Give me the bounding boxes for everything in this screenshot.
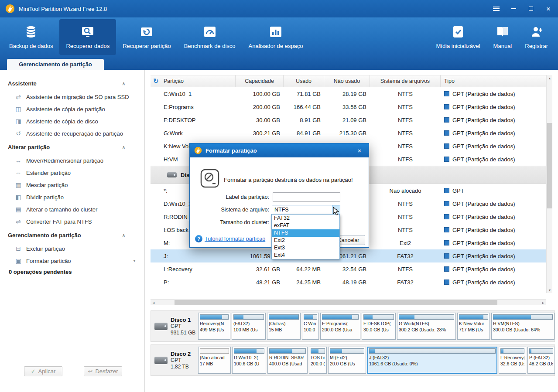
sidebar-item-excluir-parti-o[interactable]: ⊟Excluir partição [0, 242, 144, 255]
table-row-c-win10-1[interactable]: C:Win10_1100.00 GB71.81 GB28.19 GBNTFSGP… [151, 87, 546, 100]
disk-info[interactable]: Disco 2GPT1.82 TB [151, 351, 198, 370]
column-header-tipo[interactable]: Tipo [441, 75, 546, 87]
column-header-capacidade[interactable]: Capacidade [236, 75, 284, 87]
minimize-button[interactable] [508, 3, 519, 14]
disk-block-p-fat32[interactable]: P:(FAT32)48.2 GB (Us [527, 347, 555, 374]
partition-name: C:Win10_1 [151, 91, 236, 97]
sidebar-scroll-down-icon[interactable]: ▼ [133, 259, 136, 263]
disk-block-i-os-ba[interactable]: I:OS ba200.0 ( [309, 347, 327, 374]
sidebar-item-mesclar-parti-o[interactable]: ▦Mesclar partição [0, 179, 144, 191]
sidebar-item-mover-redimensionar-parti-o[interactable]: ↔Mover/Redimensionar partição [0, 154, 144, 167]
sidebar-item-formatar-partic-o[interactable]: ▣Formatar particão [0, 255, 144, 267]
scroll-left-icon[interactable]: ◄ [151, 300, 157, 306]
disk-scheme: GPT [171, 323, 195, 330]
sidebar-item-assistente-de-recupera-o-de-parti-o[interactable]: ↺Assistente de recuperação de partição [0, 127, 144, 140]
disk-block-k-new-volur[interactable]: K:New Volur717 MB (Us [457, 313, 490, 340]
sidebar-item-assistente-de-migra-o-de-so-para-ssd[interactable]: ⇄Assistente de migração de SO para SSD [0, 91, 144, 103]
column-header-n-o-usado[interactable]: Não usado [324, 75, 370, 87]
table-row-e-programs[interactable]: E:Programs200.00 GB166.44 GB33.56 GBNTFS… [151, 100, 546, 113]
table-row-j[interactable]: J:1061.59 GB1061.21 GBFAT32GPT (Partição… [151, 249, 546, 262]
maximize-button[interactable] [526, 3, 536, 14]
horizontal-scrollbar[interactable]: ◄ ► [151, 299, 546, 305]
used: 71.81 GB [284, 91, 324, 97]
scroll-right-icon[interactable]: ► [540, 300, 546, 306]
dropdown-option-ext3[interactable]: Ext3 [272, 244, 339, 252]
sidebar-section-gerenciamento-de-parti-o[interactable]: Gerenciamento de partição∧ [0, 228, 144, 242]
scroll-down-icon[interactable]: ▼ [547, 287, 553, 293]
tutorial-link[interactable]: Tutorial formatar partição [205, 236, 265, 242]
usage-bar [200, 314, 229, 320]
disk-block-outras[interactable]: (Outras)15 MB [267, 313, 301, 340]
disk-block-l-recovery[interactable]: L:Recovery(32.6 GB (Us [499, 347, 526, 374]
table-row-l-recovery[interactable]: L:Recovery32.61 GB64.22 MB32.54 GBNTFSGP… [151, 262, 546, 276]
disk-panel-disco-2: Disco 2GPT1.82 TB(Não alocad17 MBD:Win10… [151, 344, 555, 376]
disk-name: Disco 2 [171, 351, 191, 357]
sidebar-item-assistente-de-c-pia-de-parti-o[interactable]: ◫Assistente de cópia de partição [0, 103, 144, 115]
disk-info[interactable]: Disco 1GPT931.51 GB [151, 317, 198, 336]
disk-block-h-vm-ntfs[interactable]: H:VM(NTFS)300.0 GB (Usado: 64% [491, 313, 555, 340]
cluster-size-icon: ▤ [15, 206, 22, 213]
sidebar-item-dividir-parti-o[interactable]: ◧Dividir partição [0, 191, 144, 203]
scroll-up-icon[interactable]: ▲ [547, 75, 553, 81]
sidebar-section-alterar-parti-o[interactable]: Alterar partição∧ [0, 140, 144, 154]
chevron-up-icon[interactable]: ∧ [122, 81, 125, 86]
dialog-close-button[interactable]: × [355, 146, 364, 155]
toolbar: Backup de dadosRecuperar dadosRecuperar … [0, 17, 558, 58]
disk-block-g-work-ntfs[interactable]: G:Work(NTFS)300.2 GB (Usado: 28% [397, 313, 456, 340]
disk-block-m-ext2[interactable]: M:(Ext2)20.0 GB (Us [328, 347, 366, 374]
dropdown-option-ntfs[interactable]: NTFS [272, 229, 339, 237]
apply-button[interactable]: ✓ Aplicar [24, 366, 62, 376]
toolbar-item-recuperar-dados[interactable]: Recuperar dados [59, 19, 116, 55]
table-row-f-desktop[interactable]: F:DESKTOP30.00 GB8.91 GB21.09 GBNTFSGPT … [151, 113, 546, 126]
horizontal-scrollbar-thumb[interactable] [175, 300, 497, 305]
toolbar-item-manual[interactable]: Manual [487, 19, 519, 55]
partition-name: F:DESKTOP [151, 117, 236, 123]
cluster-size-field-label: Tamanho do cluster: [190, 219, 272, 225]
column-header-parti-o[interactable]: Partição [151, 75, 236, 87]
chevron-up-icon[interactable]: ∧ [122, 145, 125, 150]
dropdown-option-exfat[interactable]: exFAT [272, 222, 339, 229]
filesystem-combo[interactable]: NTFS ▼ [272, 205, 340, 215]
partition-color-icon [444, 91, 449, 96]
undo-button[interactable]: ↩ Desfazer [84, 366, 122, 376]
disk-block-c-win[interactable]: C:Win100.0 [302, 313, 319, 340]
disk-block-j-fat32[interactable]: J:(FAT32)1061.6 GB (Usado: 0%) [367, 347, 497, 374]
toolbar-item-m-dia-inicializ-vel[interactable]: Mídia inicializável [429, 19, 486, 55]
sidebar-section-assistente[interactable]: Assistente∧ [0, 76, 144, 91]
disk-block-r-rodin-shar[interactable]: R:RODIN_SHAR400.0 GB (Usad [267, 347, 308, 374]
toolbar-item-benchmark-de-disco[interactable]: Benchmark de disco [178, 19, 242, 55]
sidebar-item-estender-parti-o[interactable]: ⇔Estender partição [0, 167, 144, 179]
block-label: D:Win10_2( [234, 355, 264, 361]
dropdown-option-fat32[interactable]: FAT32 [272, 215, 339, 222]
column-header-sistema-de-arquivos[interactable]: Sistema de arquivos [370, 75, 441, 87]
vertical-scrollbar-thumb[interactable] [547, 123, 552, 208]
refresh-icon[interactable]: ↻ [153, 77, 159, 85]
tab-partition-management[interactable]: Gerenciamento de partição [7, 59, 104, 70]
chevron-up-icon[interactable]: ∧ [122, 233, 125, 238]
disk-block-n-o-alocad[interactable]: (Não alocad17 MB [198, 347, 231, 374]
menu-button[interactable] [491, 3, 501, 14]
table-row-p[interactable]: P:48.21 GB24.25 MB48.19 GBFAT32GPT (Part… [151, 276, 546, 289]
dropdown-option-ext4[interactable]: Ext4 [272, 252, 339, 259]
disk-block-d-win10-2[interactable]: D:Win10_2(100.6 GB (U [232, 347, 266, 374]
dropdown-option-ext2[interactable]: Ext2 [272, 237, 339, 244]
sidebar-item-converter-fat-para-ntfs[interactable]: ⇌Converter FAT para NTFS [0, 215, 144, 228]
disk-block-f-desktop[interactable]: F:DESKTOP(30.0 GB (Us [362, 313, 396, 340]
toolbar-item-recuperar-parti-o[interactable]: Recuperar partição [116, 19, 178, 55]
column-header-usado[interactable]: Usado [284, 75, 324, 87]
disk-block-fat32[interactable]: (FAT32)100 MB (Us [232, 313, 266, 340]
sidebar-item-assistente-de-c-pia-de-disco[interactable]: ◨Assistente de cópia de disco [0, 115, 144, 127]
close-button[interactable]: × [543, 3, 554, 14]
sidebar-item-alterar-o-tamanho-do-cluster[interactable]: ▤Alterar o tamanho do cluster [0, 203, 144, 215]
table-row-g-work[interactable]: G:Work300.21 GB84.91 GB215.30 GBNTFSGPT … [151, 126, 546, 140]
disk-block-e-programs[interactable]: E:Programs(200.0 GB (Usa [320, 313, 360, 340]
help-icon[interactable]: ? [195, 235, 202, 242]
partition-label-input[interactable] [273, 192, 340, 202]
vertical-scrollbar[interactable]: ▲ ▼ [546, 75, 552, 293]
toolbar-item-registrar[interactable]: Registrar [518, 19, 555, 55]
toolbar-item-backup-de-dados[interactable]: Backup de dados [3, 19, 59, 55]
toolbar-item-analisador-de-espa-o[interactable]: Analisador de espaço [242, 19, 310, 55]
disk-block-recovery-n[interactable]: Recovery(N499 MB (Us [198, 313, 230, 340]
disk-size: 1.82 TB [171, 364, 191, 370]
sidebar-item-label: Dividir partição [26, 194, 64, 201]
